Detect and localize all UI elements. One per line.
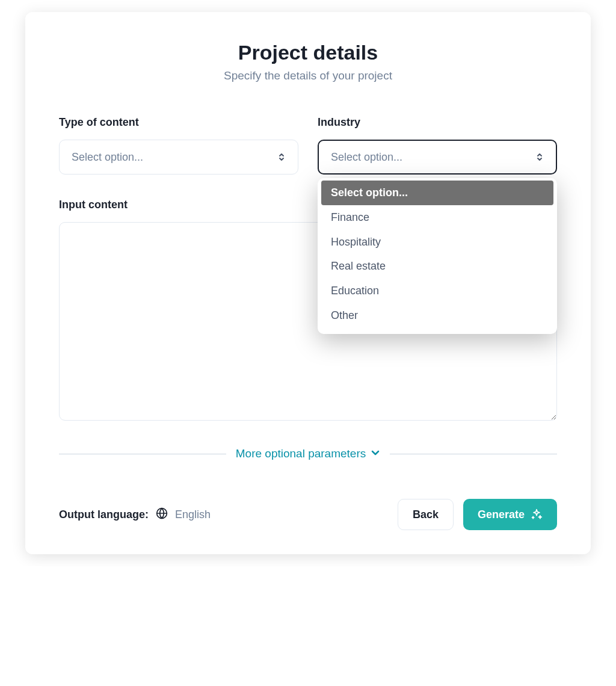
page-subtitle: Specify the details of your project <box>59 69 557 82</box>
content-type-select[interactable]: Select option... <box>59 140 298 175</box>
industry-option-other[interactable]: Other <box>318 303 557 328</box>
industry-placeholder: Select option... <box>331 151 402 164</box>
industry-field: Industry Select option... Select option.… <box>318 116 557 175</box>
output-language: Output language: English <box>59 507 211 522</box>
output-language-label: Output language: <box>59 508 149 521</box>
content-type-label: Type of content <box>59 116 298 129</box>
output-language-value: English <box>175 508 211 521</box>
updown-icon <box>277 152 286 162</box>
industry-option-finance[interactable]: Finance <box>318 205 557 230</box>
header: Project details Specify the details of y… <box>59 41 557 82</box>
back-button-label: Back <box>413 508 439 521</box>
industry-label: Industry <box>318 116 557 129</box>
sparkle-icon <box>531 508 543 521</box>
divider-right <box>390 454 557 454</box>
more-params-row: More optional parameters <box>59 447 557 460</box>
footer: Output language: English Back Generate <box>59 499 557 530</box>
divider-left <box>59 454 226 454</box>
project-details-card: Project details Specify the details of y… <box>25 12 591 554</box>
industry-option-real-estate[interactable]: Real estate <box>318 254 557 279</box>
generate-button-label: Generate <box>478 508 525 521</box>
industry-select[interactable]: Select option... <box>318 140 557 175</box>
content-type-placeholder: Select option... <box>72 151 143 164</box>
updown-icon <box>535 152 544 162</box>
industry-option-hospitality[interactable]: Hospitality <box>318 230 557 255</box>
chevron-down-icon <box>371 447 380 460</box>
globe-icon <box>156 507 168 522</box>
back-button[interactable]: Back <box>398 499 454 530</box>
footer-buttons: Back Generate <box>398 499 557 530</box>
industry-option-education[interactable]: Education <box>318 279 557 303</box>
page-title: Project details <box>59 41 557 64</box>
industry-dropdown: Select option... Finance Hospitality Rea… <box>318 178 557 334</box>
content-type-field: Type of content Select option... <box>59 116 298 175</box>
more-params-toggle[interactable]: More optional parameters <box>236 447 381 460</box>
industry-option-placeholder[interactable]: Select option... <box>321 181 553 205</box>
more-params-label: More optional parameters <box>236 447 366 460</box>
form-row-selects: Type of content Select option... Industr… <box>59 116 557 175</box>
generate-button[interactable]: Generate <box>463 499 557 530</box>
